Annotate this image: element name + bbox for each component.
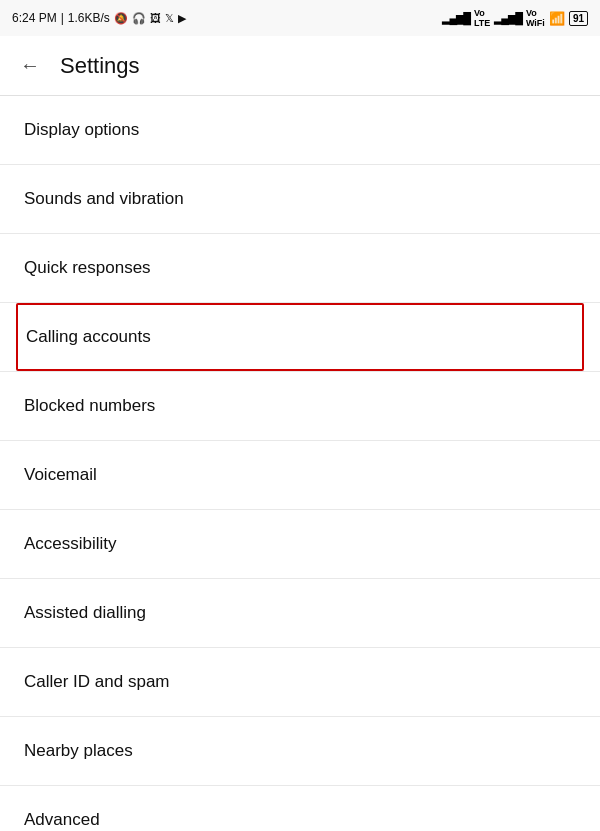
image-icon: 🖼 (150, 12, 161, 24)
settings-header: ← Settings (0, 36, 600, 96)
settings-item-display-options[interactable]: Display options (0, 96, 600, 164)
settings-label-caller-id-spam: Caller ID and spam (24, 672, 170, 692)
twitter-icon: 𝕏 (165, 12, 174, 25)
settings-item-caller-id-spam[interactable]: Caller ID and spam (0, 648, 600, 716)
settings-item-calling-accounts[interactable]: Calling accounts (16, 303, 584, 371)
settings-item-blocked-numbers[interactable]: Blocked numbers (0, 372, 600, 440)
settings-item-sounds-vibration[interactable]: Sounds and vibration (0, 165, 600, 233)
settings-label-voicemail: Voicemail (24, 465, 97, 485)
settings-label-calling-accounts: Calling accounts (26, 327, 151, 347)
settings-item-quick-responses[interactable]: Quick responses (0, 234, 600, 302)
settings-label-quick-responses: Quick responses (24, 258, 151, 278)
status-bar: 6:24 PM | 1.6KB/s 🔕 🎧 🖼 𝕏 ▶ ▂▄▆█ VoLTE ▂… (0, 0, 600, 36)
network-speed-value: 1.6KB/s (68, 11, 110, 25)
battery-icon: 91 (569, 11, 588, 26)
back-button[interactable]: ← (16, 50, 44, 81)
page-title: Settings (60, 53, 140, 79)
status-right: ▂▄▆█ VoLTE ▂▄▆█ VoWiFi 📶 91 (442, 8, 588, 28)
youtube-icon: ▶ (178, 12, 186, 25)
signal-icon: 🔕 (114, 12, 128, 25)
settings-label-nearby-places: Nearby places (24, 741, 133, 761)
settings-item-assisted-dialling[interactable]: Assisted dialling (0, 579, 600, 647)
signal-bars-icon: ▂▄▆█ (442, 12, 470, 25)
headphone-icon: 🎧 (132, 12, 146, 25)
settings-label-accessibility: Accessibility (24, 534, 117, 554)
settings-label-assisted-dialling: Assisted dialling (24, 603, 146, 623)
time-display: 6:24 PM (12, 11, 57, 25)
volte2-icon: VoWiFi (526, 8, 545, 28)
settings-item-nearby-places[interactable]: Nearby places (0, 717, 600, 785)
volte-icon: VoLTE (474, 8, 490, 28)
settings-item-advanced[interactable]: Advanced (0, 786, 600, 831)
settings-label-blocked-numbers: Blocked numbers (24, 396, 155, 416)
settings-label-advanced: Advanced (24, 810, 100, 830)
signal-bars2-icon: ▂▄▆█ (494, 12, 522, 25)
settings-label-sounds-vibration: Sounds and vibration (24, 189, 184, 209)
settings-list: Display optionsSounds and vibrationQuick… (0, 96, 600, 831)
status-left: 6:24 PM | 1.6KB/s 🔕 🎧 🖼 𝕏 ▶ (12, 11, 186, 25)
settings-item-accessibility[interactable]: Accessibility (0, 510, 600, 578)
network-speed: | (61, 11, 64, 25)
settings-item-voicemail[interactable]: Voicemail (0, 441, 600, 509)
settings-label-display-options: Display options (24, 120, 139, 140)
wifi-icon: 📶 (549, 11, 565, 26)
